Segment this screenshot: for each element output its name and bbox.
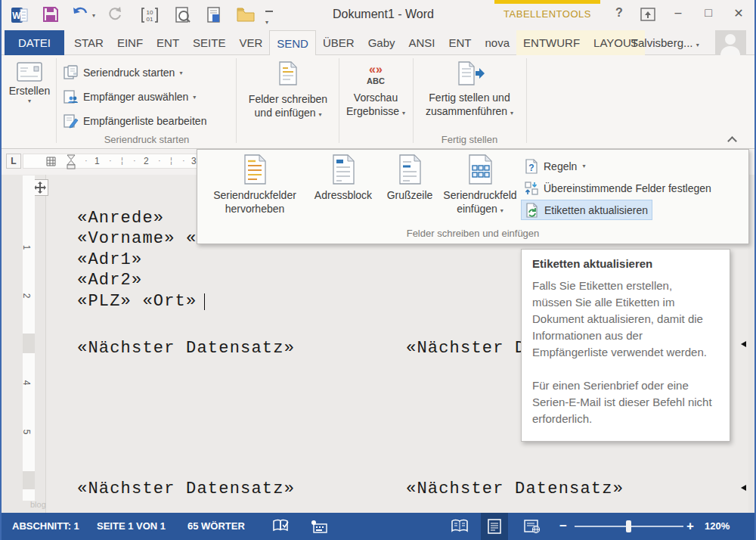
word-count[interactable]: 65 WÖRTER [187, 513, 245, 540]
write-insert-fields-panel: Seriendruckfelder hervorheben Adressbloc… [197, 149, 749, 244]
qat-overflow-icon[interactable]: ▾ [265, 11, 273, 27]
erstellen-button[interactable]: Erstellen ▾ [6, 58, 53, 104]
etiketten-aktualisieren-menu-item[interactable]: Etiketten aktualisieren [521, 200, 652, 220]
window-title: Dokument1 - Word [304, 8, 463, 21]
empfaenger-auswaehlen-button[interactable]: Empfänger auswählen▾ [64, 87, 196, 107]
edit-recipient-list-icon [64, 113, 79, 129]
svg-text:?: ? [528, 163, 534, 173]
zoom-level[interactable]: 120% [705, 513, 730, 540]
macro-recording-icon[interactable] [305, 513, 333, 540]
row-boundary-marker[interactable] [23, 334, 35, 353]
left-arrow-marker [741, 341, 746, 347]
web-layout-button[interactable] [519, 513, 546, 540]
proofing-status-icon[interactable] [268, 513, 295, 540]
envelope-icon [17, 62, 42, 82]
indent-markers[interactable] [66, 154, 76, 169]
zoom-out-button[interactable]: − [559, 513, 567, 540]
section-indicator[interactable]: ABSCHNITT: 1 [12, 513, 79, 540]
undo-dropdown-icon[interactable]: ▾ [92, 12, 95, 19]
contextual-tools-label: TABELLENTOOLS [494, 8, 600, 20]
print-layout-button[interactable] [481, 513, 508, 540]
tab-verweise[interactable]: VER [232, 30, 269, 55]
regeln-menu-item[interactable]: ? Regeln▾ [521, 156, 589, 176]
fertig-stellen-button[interactable]: Fertig stellen und zusammenführen ▾ [417, 58, 522, 120]
ribbon: Erstellen ▾ Seriendruck starten▾ Empfäng… [2, 55, 756, 149]
tab-ueberpruefen[interactable]: ÜBER [316, 30, 361, 55]
open-folder-icon[interactable] [236, 6, 256, 24]
vorschau-ergebnisse-button[interactable]: «»ABC Vorschau Ergebnisse ▾ [342, 58, 410, 120]
ribbon-tabs: STAR EINF ENT SEITE VER SEND ÜBER Gaby A… [67, 30, 645, 55]
match-fields-icon [525, 181, 538, 196]
zoom-slider-handle[interactable] [626, 520, 631, 532]
tab-datei[interactable]: DATEI [5, 30, 64, 55]
uebereinstimmende-felder-menu-item[interactable]: Übereinstimmende Felder festlegen [521, 178, 715, 198]
contextual-tools-strip [494, 0, 600, 4]
collapse-ribbon-icon[interactable] [729, 138, 736, 144]
redo-icon[interactable] [107, 6, 127, 24]
next-record-field[interactable]: «Nächster Datensatz» [406, 479, 624, 498]
next-record-field[interactable]: «Nächster Datensatz» [77, 339, 295, 358]
greeting-line-icon [398, 154, 422, 185]
svg-text:01: 01 [147, 16, 153, 23]
grusszeile-button[interactable]: Grußzeile [380, 153, 439, 202]
page-indicator[interactable]: SEITE 1 VON 1 [97, 513, 166, 540]
tab-entwurf[interactable]: ENT [150, 30, 186, 55]
save-icon[interactable] [42, 6, 62, 24]
adressblock-button[interactable]: Adressblock [308, 153, 379, 202]
tab-sendungen[interactable]: SEND [269, 30, 316, 55]
svg-text:ABC: ABC [367, 76, 385, 85]
read-mode-button[interactable] [446, 513, 473, 540]
next-record-field[interactable]: «Nächster Datensatz» [77, 479, 295, 498]
word-logo-icon[interactable]: W [11, 6, 30, 24]
tab-gaby[interactable]: Gaby [361, 30, 402, 55]
ribbon-display-options-icon[interactable] [640, 8, 655, 21]
tab-tabellen-entwurf[interactable]: ENTWURF [516, 30, 587, 55]
avatar[interactable] [715, 30, 746, 55]
watermark-text: blog [30, 500, 46, 509]
ribbon-tab-row: DATEI STAR EINF ENT SEITE VER SEND ÜBER … [2, 30, 756, 55]
tab-stop-selector[interactable]: L [6, 154, 21, 169]
seriendruck-starten-button[interactable]: Seriendruck starten▾ [64, 63, 182, 82]
zoom-in-button[interactable]: + [686, 513, 694, 540]
undo-icon[interactable] [72, 6, 91, 24]
group-label-felder-schreiben: Felder schreiben und einfügen [197, 228, 748, 239]
tab-seite[interactable]: SEITE [186, 30, 232, 55]
row-boundary-marker[interactable] [23, 471, 35, 489]
address-block-icon [331, 154, 355, 185]
merge-field-adr2[interactable]: «Adr2» [77, 271, 142, 290]
svg-text:10: 10 [147, 9, 153, 16]
account-menu[interactable]: Salvisberg... ▾ [631, 30, 699, 55]
felder-schreiben-einfuegen-button[interactable]: Felder schreiben und einfügen ▾ [240, 58, 336, 122]
minimize-button[interactable]: – [668, 6, 688, 20]
empfaengerliste-bearbeiten-button[interactable]: Empfängerliste bearbeiten [64, 111, 206, 131]
etiketten-tooltip: Etiketten aktualisieren Falls Sie Etiket… [521, 249, 730, 442]
v-ruler-number-2: 2 [21, 293, 32, 299]
restore-button[interactable]: □ [699, 6, 718, 20]
h-ruler-number-1: 1 [94, 156, 100, 166]
tab-start[interactable]: STAR [67, 30, 110, 55]
tab-nova[interactable]: nova [479, 30, 517, 55]
tab-ent[interactable]: ENT [442, 30, 479, 55]
field-codes-icon[interactable]: 1001 [140, 6, 160, 24]
v-ruler-number-1: 1 [21, 245, 32, 250]
quick-print-icon[interactable] [206, 6, 225, 24]
seriendruckfelder-hervorheben-button[interactable]: Seriendruckfelder hervorheben [203, 153, 306, 216]
help-icon[interactable]: ? [609, 6, 629, 20]
vertical-ruler: 1 2 4 5 [23, 175, 35, 501]
tab-ansi[interactable]: ANSI [402, 30, 442, 55]
merge-field-plz-ort[interactable]: «PLZ» «Ort» [77, 292, 197, 311]
merge-field-anrede[interactable]: «Anrede» [77, 209, 164, 228]
update-labels-icon [525, 203, 539, 218]
account-name: Salvisberg... [631, 36, 693, 49]
merge-field-vorname[interactable]: «Vorname» «N [77, 229, 208, 248]
merge-field-adr1[interactable]: «Adr1» [77, 250, 142, 269]
finish-merge-icon [454, 61, 485, 85]
group-label-seriendruck-starten: Seriendruck starten [64, 134, 230, 145]
tab-einfuegen[interactable]: EINF [110, 30, 150, 55]
rules-icon: ? [525, 159, 538, 174]
seriendruckfeld-einfuegen-button[interactable]: Seriendruckfeld einfügen ▾ [441, 153, 519, 218]
print-preview-icon[interactable] [174, 6, 194, 24]
close-button[interactable]: ✕ [729, 6, 748, 20]
svg-text:«»: «» [369, 63, 383, 76]
group-label-fertig-stellen: Fertig stellen [417, 134, 522, 145]
